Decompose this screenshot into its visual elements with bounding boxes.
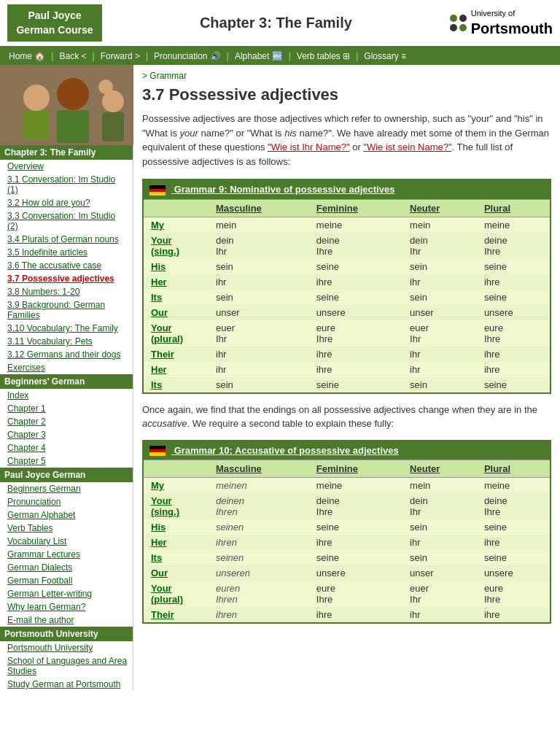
table1-cell-4-0[interactable]: Its (143, 290, 209, 305)
table1-cell-6-0[interactable]: Your (plural) (143, 320, 209, 347)
sidebar-item-overview[interactable]: Overview (0, 160, 133, 173)
table1-cell-7-3: ihr (402, 347, 477, 362)
table2-cell-4-1: seinen (209, 550, 309, 565)
table1-cell-0-3: mein (402, 217, 477, 233)
nav-forward[interactable]: Forward > (96, 50, 144, 63)
table1-cell-1-1: deinIhr (209, 233, 309, 259)
sidebar-item-31[interactable]: 3.1 Conversation: Im Studio (1) (0, 173, 133, 196)
sidebar-item-german-dialects[interactable]: German Dialects (0, 561, 133, 574)
table1-cell-9-4: seine (477, 377, 551, 393)
sidebar-item-german-football[interactable]: German Football (0, 574, 133, 587)
sidebar-item-vocabulary-list[interactable]: Vocabulary List (0, 535, 133, 548)
chapter-title: Chapter 3: The Family (102, 15, 450, 31)
breadcrumb: > Grammar (142, 71, 551, 81)
table2-cell-5-0[interactable]: Our (143, 565, 209, 581)
sidebar-item-33[interactable]: 3.3 Conversation: Im Studio (2) (0, 209, 133, 233)
table2-cell-7-1: ihren (209, 607, 309, 623)
sidebar-item-chapter4[interactable]: Chapter 4 (0, 441, 133, 454)
table1-cell-0-2: meine (309, 217, 402, 233)
table2-header-1: Masculine (209, 460, 309, 478)
nav-back[interactable]: Back < (55, 50, 90, 63)
table2-cell-7-0[interactable]: Their (143, 607, 209, 623)
sidebar-item-310[interactable]: 3.10 Vocabulary: The Family (0, 322, 133, 335)
sidebar-item-german-letter-writing[interactable]: German Letter-writing (0, 587, 133, 600)
table2-cell-4-0[interactable]: Its (143, 550, 209, 565)
sidebar-item-beginners-german[interactable]: Beginners German (0, 482, 133, 495)
table2-cell-0-0[interactable]: My (143, 478, 209, 494)
table1-cell-8-3: ihr (402, 362, 477, 377)
table2-cell-5-3: unser (402, 565, 477, 581)
nav-alphabet[interactable]: Alphabet 🔤 (230, 50, 287, 63)
navbar: Home 🏠 | Back < | Forward > | Pronunciat… (0, 47, 560, 65)
table2-cell-6-1: eurenIhren (209, 581, 309, 607)
sidebar-item-32[interactable]: 3.2 How old are you? (0, 196, 133, 209)
sidebar-item-why-learn[interactable]: Why learn German? (0, 600, 133, 614)
nav-home[interactable]: Home 🏠 (4, 50, 50, 63)
sidebar-item-pronunciation[interactable]: Pronunciation (0, 495, 133, 508)
sidebar-item-39[interactable]: 3.9 Background: German Families (0, 298, 133, 322)
table2-cell-6-0[interactable]: Your (plural) (143, 581, 209, 607)
table2-cell-2-0[interactable]: His (143, 519, 209, 535)
sidebar-item-35[interactable]: 3.5 Indefinite articles (0, 246, 133, 259)
table1-title: Grammar 9: Nominative of possessive adje… (174, 184, 395, 195)
sidebar-item-37[interactable]: 3.7 Possessive adjectives (0, 272, 133, 285)
table-row: Your (sing.)deinenIhrendeineIhredeinIhrd… (143, 493, 551, 519)
table1-cell-7-0[interactable]: Their (143, 347, 209, 362)
table-row: Theirihrenihreihrihre (143, 607, 551, 623)
table2-cell-3-1: ihren (209, 535, 309, 550)
main-layout: Chapter 3: The Family Overview 3.1 Conve… (0, 65, 560, 691)
sidebar-item-chapter5[interactable]: Chapter 5 (0, 454, 133, 468)
sidebar-item-school-languages[interactable]: School of Languages and Area Studies (0, 654, 133, 678)
table1-cell-3-4: ihre (477, 274, 551, 290)
sidebar-item-chapter2[interactable]: Chapter 2 (0, 415, 133, 428)
table2-cell-7-4: ihre (477, 607, 551, 623)
nav-glossary[interactable]: Glossary ≡ (359, 50, 411, 63)
logo-dot (450, 24, 457, 31)
table1-cell-4-4: seine (477, 290, 551, 305)
nav-pronunciation[interactable]: Pronunciation 🔊 (149, 50, 225, 63)
sidebar-item-german-alphabet[interactable]: German Alphabet (0, 508, 133, 522)
table2-cell-0-3: mein (402, 478, 477, 494)
table2-cell-3-0[interactable]: Her (143, 535, 209, 550)
table1-cell-7-2: ihre (309, 347, 402, 362)
sidebar-item-312[interactable]: 3.12 Germans and their dogs (0, 348, 133, 361)
table2-cell-1-0[interactable]: Your (sing.) (143, 493, 209, 519)
sidebar-item-verb-tables[interactable]: Verb Tables (0, 522, 133, 535)
table1-cell-5-0[interactable]: Our (143, 305, 209, 320)
table1-cell-0-0[interactable]: My (143, 217, 209, 233)
sidebar-item-index[interactable]: Index (0, 389, 133, 402)
sidebar-item-chapter3[interactable]: Chapter 3 (0, 428, 133, 441)
sidebar-item-exercises[interactable]: Exercises (0, 361, 133, 374)
sidebar-item-34[interactable]: 3.4 Plurals of German nouns (0, 233, 133, 246)
sidebar-item-38[interactable]: 3.8 Numbers: 1-20 (0, 285, 133, 298)
sidebar-item-portsmouth-uni[interactable]: Portsmouth University (0, 641, 133, 654)
table2-cell-5-1: unseren (209, 565, 309, 581)
table1-cell-1-2: deineIhre (309, 233, 402, 259)
sidebar-item-grammar-lectures[interactable]: Grammar Lectures (0, 548, 133, 561)
between-paragraph: Once again, we find that the endings on … (142, 403, 551, 431)
sidebar-item-email-author[interactable]: E-mail the author (0, 614, 133, 627)
table1-header-0 (143, 199, 209, 217)
table1-cell-3-3: ihr (402, 274, 477, 290)
table2-header-3: Neuter (402, 460, 477, 478)
nav-verb-tables[interactable]: Verb tables ⊞ (292, 50, 354, 63)
red-link-2[interactable]: "Wie ist sein Name?" (363, 142, 451, 152)
sidebar-item-36[interactable]: 3.6 The accusative case (0, 259, 133, 272)
sidebar-item-chapter1[interactable]: Chapter 1 (0, 402, 133, 415)
table1-cell-1-0[interactable]: Your (sing.) (143, 233, 209, 259)
table2-cell-6-4: eureIhre (477, 581, 551, 607)
table-row: Ourunserenunsereunserunsere (143, 565, 551, 581)
red-link-1[interactable]: "Wie ist Ihr Name?" (268, 142, 350, 152)
table1-cell-6-1: euerIhr (209, 320, 309, 347)
table2-cell-3-3: ihr (402, 535, 477, 550)
table1-cell-2-0[interactable]: His (143, 259, 209, 274)
table-row: Mymeinmeinemeinmeine (143, 217, 551, 233)
sidebar-item-study-german[interactable]: Study German at Portsmouth (0, 678, 133, 691)
table1-cell-9-0[interactable]: Its (143, 377, 209, 393)
table1-cell-5-1: unser (209, 305, 309, 320)
table-row: Your (plural)euerIhreureIhreeuerIhreureI… (143, 320, 551, 347)
table1-cell-3-0[interactable]: Her (143, 274, 209, 290)
table1-cell-9-3: sein (402, 377, 477, 393)
sidebar-item-311[interactable]: 3.11 Vocabulary: Pets (0, 335, 133, 348)
table1-cell-8-0[interactable]: Her (143, 362, 209, 377)
